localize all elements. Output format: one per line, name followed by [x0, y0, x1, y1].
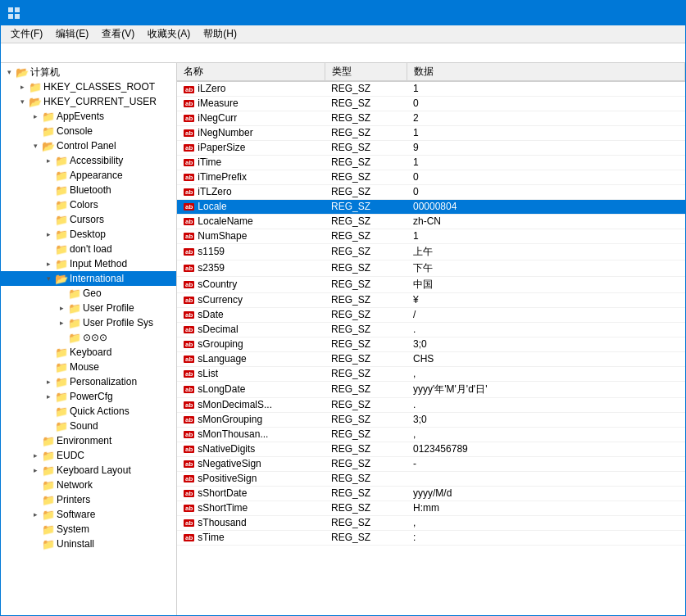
- app-icon: [7, 7, 20, 20]
- tree-item-appevents[interactable]: AppEvents: [1, 109, 176, 124]
- tree-item-geo[interactable]: Geo: [1, 286, 176, 301]
- table-row[interactable]: absMonGroupingREG_SZ3;0: [177, 412, 685, 427]
- expand-btn-eudc[interactable]: [29, 449, 42, 462]
- tree-item-mouse[interactable]: Mouse: [1, 360, 176, 374]
- tree-item-eudc[interactable]: EUDC: [1, 448, 176, 463]
- tree-item-special[interactable]: ⊙⊙⊙: [1, 330, 176, 345]
- tree-item-software[interactable]: Software: [1, 507, 176, 522]
- table-row[interactable]: abiNegNumberREG_SZ1: [177, 125, 685, 140]
- table-row[interactable]: abiMeasureREG_SZ0: [177, 96, 685, 111]
- tree-item-keyboard[interactable]: Keyboard: [1, 345, 176, 360]
- table-row[interactable]: absThousandREG_SZ,: [177, 515, 685, 530]
- main-area: 计算机HKEY_CLASSES_ROOTHKEY_CURRENT_USERApp…: [1, 63, 685, 615]
- tree-item-desktop[interactable]: Desktop: [1, 227, 176, 242]
- maximize-button[interactable]: [603, 1, 641, 25]
- right-panel[interactable]: 名称 类型 数据 abiLZeroREG_SZ1abiMeasureREG_SZ…: [177, 63, 685, 615]
- table-row[interactable]: abiTimeREG_SZ1: [177, 155, 685, 170]
- expand-btn-accessibility[interactable]: [42, 154, 55, 167]
- table-row[interactable]: absNegativeSignREG_SZ-: [177, 456, 685, 471]
- tree-item-hkcu[interactable]: HKEY_CURRENT_USER: [1, 94, 176, 109]
- table-row[interactable]: abiTimePrefixREG_SZ0: [177, 170, 685, 184]
- folder-icon-keyboardlayout: [42, 464, 55, 477]
- table-row[interactable]: absListREG_SZ,: [177, 366, 685, 381]
- tree-item-userprofilesys[interactable]: User Profile Sys: [1, 315, 176, 330]
- minimize-button[interactable]: [566, 1, 603, 25]
- expand-btn-powercfg[interactable]: [42, 390, 55, 403]
- table-row[interactable]: absNativeDigitsREG_SZ0123456789: [177, 442, 685, 456]
- expand-btn-appevents[interactable]: [29, 110, 42, 123]
- expand-btn-userprofilesys[interactable]: [55, 316, 68, 329]
- tree-item-hkcr[interactable]: HKEY_CLASSES_ROOT: [1, 79, 176, 94]
- tree-item-keyboardlayout[interactable]: Keyboard Layout: [1, 463, 176, 478]
- tree-item-environment[interactable]: Environment: [1, 433, 176, 448]
- tree-label-environment: Environment: [57, 435, 111, 446]
- menu-item-F[interactable]: 文件(F): [4, 25, 49, 43]
- tree-item-printers[interactable]: Printers: [1, 492, 176, 507]
- expand-btn-userprofile[interactable]: [55, 301, 68, 315]
- tree-item-controlpanel[interactable]: Control Panel: [1, 138, 176, 153]
- tree-item-console[interactable]: Console: [1, 124, 176, 138]
- menu-item-E[interactable]: 编辑(E): [49, 25, 95, 43]
- table-row[interactable]: abs1159REG_SZ上午: [177, 243, 685, 260]
- expand-btn-inputmethod[interactable]: [42, 257, 55, 270]
- expand-btn-software[interactable]: [29, 508, 42, 521]
- tree-item-system[interactable]: System: [1, 522, 176, 537]
- tree-item-personalization[interactable]: Personalization: [1, 374, 176, 389]
- expand-btn-computer[interactable]: [2, 66, 16, 79]
- table-row[interactable]: absShortDateREG_SZyyyy/M/d: [177, 486, 685, 500]
- menu-item-A[interactable]: 收藏夹(A): [141, 25, 197, 43]
- table-row[interactable]: absShortTimeREG_SZH:mm: [177, 500, 685, 515]
- table-row[interactable]: absCurrencyREG_SZ¥: [177, 292, 685, 307]
- tree-item-cursors[interactable]: Cursors: [1, 212, 176, 227]
- tree-item-colors[interactable]: Colors: [1, 197, 176, 212]
- tree-item-sound[interactable]: Sound: [1, 419, 176, 433]
- expand-btn-hkcu[interactable]: [16, 95, 29, 108]
- table-row[interactable]: absTimeREG_SZ:: [177, 530, 685, 545]
- table-row[interactable]: abLocaleREG_SZ00000804: [177, 199, 685, 214]
- expand-btn-international[interactable]: [42, 272, 55, 285]
- expand-btn-personalization[interactable]: [42, 375, 55, 388]
- tree-item-uninstall[interactable]: Uninstall: [1, 537, 176, 551]
- address-bar: [1, 43, 685, 63]
- tree-item-computer[interactable]: 计算机: [1, 65, 176, 79]
- expand-btn-keyboardlayout[interactable]: [29, 464, 42, 477]
- table-row[interactable]: absMonDecimalS...REG_SZ.: [177, 397, 685, 412]
- table-row[interactable]: abiNegCurrREG_SZ2: [177, 111, 685, 125]
- reg-name: sPositiveSign: [198, 473, 257, 484]
- tree-item-appearance[interactable]: Appearance: [1, 168, 176, 183]
- table-row[interactable]: absMonThousan...REG_SZ,: [177, 427, 685, 442]
- tree-item-inputmethod[interactable]: Input Method: [1, 256, 176, 271]
- table-row[interactable]: abiPaperSizeREG_SZ9: [177, 140, 685, 155]
- tree-item-quickactions[interactable]: Quick Actions: [1, 404, 176, 419]
- close-button[interactable]: [641, 1, 679, 25]
- cell-type: REG_SZ: [325, 292, 407, 307]
- table-row[interactable]: abiLZeroREG_SZ1: [177, 81, 685, 96]
- table-row[interactable]: absLanguageREG_SZCHS: [177, 351, 685, 366]
- table-row[interactable]: absGroupingREG_SZ3;0: [177, 337, 685, 351]
- tree-item-userprofile[interactable]: User Profile: [1, 301, 176, 315]
- cell-name: absDecimal: [177, 322, 325, 337]
- menu-item-V[interactable]: 查看(V): [95, 25, 141, 43]
- expand-btn-desktop[interactable]: [42, 228, 55, 241]
- table-row[interactable]: absLongDateREG_SZyyyy'年'M'月'd'日': [177, 381, 685, 397]
- expand-btn-controlpanel[interactable]: [29, 139, 42, 152]
- tree-item-powercfg[interactable]: PowerCfg: [1, 389, 176, 404]
- table-row[interactable]: abiTLZeroREG_SZ0: [177, 184, 685, 199]
- tree-item-bluetooth[interactable]: Bluetooth: [1, 183, 176, 197]
- table-row[interactable]: absDecimalREG_SZ.: [177, 322, 685, 337]
- tree-item-international[interactable]: International: [1, 271, 176, 286]
- tree-panel[interactable]: 计算机HKEY_CLASSES_ROOTHKEY_CURRENT_USERApp…: [1, 63, 177, 615]
- tree-item-network[interactable]: Network: [1, 478, 176, 492]
- table-row[interactable]: abs2359REG_SZ下午: [177, 260, 685, 276]
- table-row[interactable]: abNumShapeREG_SZ1: [177, 229, 685, 243]
- tree-item-dontload[interactable]: don't load: [1, 242, 176, 256]
- cell-name: abiPaperSize: [177, 140, 325, 155]
- table-row[interactable]: absPositiveSignREG_SZ: [177, 471, 685, 486]
- folder-icon-sound: [55, 419, 68, 433]
- tree-item-accessibility[interactable]: Accessibility: [1, 153, 176, 168]
- table-row[interactable]: abLocaleNameREG_SZzh-CN: [177, 214, 685, 229]
- menu-item-H[interactable]: 帮助(H): [197, 25, 243, 43]
- expand-btn-hkcr[interactable]: [16, 80, 29, 93]
- table-row[interactable]: absCountryREG_SZ中国: [177, 276, 685, 292]
- table-row[interactable]: absDateREG_SZ/: [177, 307, 685, 322]
